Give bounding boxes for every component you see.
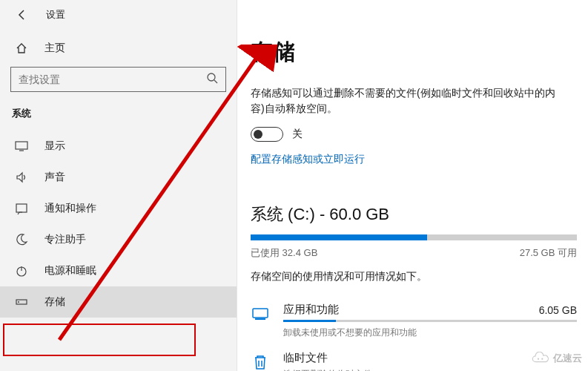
svg-point-5: [18, 301, 19, 303]
category-subtitle: 卸载未使用或不想要的应用和功能: [283, 326, 577, 339]
search-icon: [206, 72, 218, 87]
toggle-state-label: 关: [292, 128, 303, 141]
sidebar-item-label: 专注助手: [44, 233, 86, 246]
category-size: 6.05 GB: [539, 304, 577, 316]
configure-link[interactable]: 配置存储感知或立即运行: [251, 153, 365, 166]
storage-icon: [15, 295, 28, 309]
sidebar-item-label: 声音: [44, 171, 65, 184]
apps-icon: [251, 304, 270, 324]
sound-icon: [15, 171, 28, 184]
storage-sense-description: 存储感知可以通过删除不需要的文件(例如临时文件和回收站中的内容)自动释放空间。: [251, 85, 566, 116]
sidebar-item-label: 通知和操作: [44, 202, 96, 215]
watermark-text: 亿速云: [553, 352, 582, 365]
annotation-highlight: [3, 324, 196, 356]
free-label: 27.5 GB 可用: [520, 246, 577, 260]
used-label: 已使用 32.4 GB: [251, 246, 317, 260]
category-name: 临时文件: [283, 351, 328, 365]
sidebar-item-power[interactable]: 电源和睡眠: [0, 255, 237, 286]
svg-point-8: [538, 358, 539, 360]
drive-title: 系统 (C:) - 60.0 GB: [251, 203, 566, 226]
category-bar: [283, 320, 577, 322]
monitor-icon: [15, 139, 28, 153]
sidebar-item-notifications[interactable]: 通知和操作: [0, 193, 237, 224]
sidebar-item-storage[interactable]: 存储: [0, 286, 237, 318]
sidebar-item-label: 显示: [44, 139, 65, 153]
cloud-icon: [531, 352, 550, 365]
category-subtitle: 选择要删除的临时文件: [283, 368, 577, 371]
svg-rect-6: [253, 309, 268, 318]
sidebar-item-display[interactable]: 显示: [0, 131, 237, 162]
svg-point-9: [541, 358, 543, 360]
page-title: 存储: [251, 37, 566, 68]
usage-description: 存储空间的使用情况和可用情况如下。: [251, 270, 566, 283]
window-title: 设置: [46, 8, 65, 22]
home-button[interactable]: 主页: [0, 28, 237, 62]
svg-rect-1: [16, 142, 27, 149]
category-name: 应用和功能: [283, 303, 339, 317]
search-input[interactable]: [19, 73, 206, 85]
drive-usage-bar: [251, 234, 577, 240]
svg-point-0: [208, 73, 215, 81]
home-label: 主页: [44, 42, 65, 55]
search-box[interactable]: [10, 67, 226, 92]
sidebar-item-sound[interactable]: 声音: [0, 162, 237, 193]
watermark: 亿速云: [531, 352, 582, 365]
sidebar-item-label: 电源和睡眠: [44, 264, 96, 278]
notification-icon: [15, 202, 28, 215]
back-button[interactable]: [15, 7, 30, 22]
category-temp[interactable]: 临时文件 选择要删除的临时文件: [251, 347, 577, 371]
svg-rect-2: [16, 204, 27, 212]
trash-icon: [251, 352, 270, 371]
home-icon: [15, 42, 28, 55]
storage-sense-toggle[interactable]: [251, 127, 283, 142]
sidebar-item-focus[interactable]: 专注助手: [0, 224, 237, 255]
group-title: 系统: [0, 104, 237, 131]
moon-icon: [15, 233, 28, 246]
category-apps[interactable]: 应用和功能 6.05 GB 卸载未使用或不想要的应用和功能: [251, 298, 577, 347]
power-icon: [15, 264, 28, 278]
svg-rect-7: [255, 318, 265, 320]
sidebar-item-label: 存储: [44, 295, 65, 309]
